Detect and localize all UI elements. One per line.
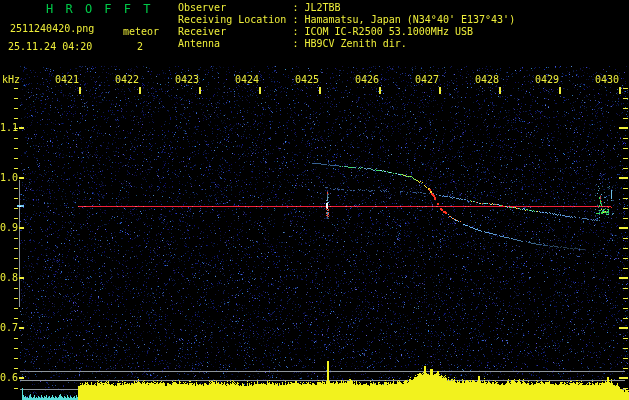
hrofft-output: H R O F F T 2511240420.png meteor 25.11.… xyxy=(0,0,629,400)
freq-tick-label: 0.6 xyxy=(0,372,18,383)
freq-tick-label: 0.7 xyxy=(0,322,18,333)
output-filename: 2511240420.png xyxy=(10,23,94,34)
station-info: Observer : JL2TBBReceiving Location : Ha… xyxy=(178,2,515,50)
freq-axis-unit: kHz xyxy=(2,74,20,85)
freq-tick-label: 1.0 xyxy=(0,172,18,183)
station-info-antenna: Antenna : HB9CV Zenith dir. xyxy=(178,38,515,50)
spectrogram-canvas xyxy=(0,0,629,400)
app-title: H R O F F T xyxy=(46,2,153,16)
station-info-observer: Observer : JL2TBB xyxy=(178,2,515,14)
time-tick-label: 0429 xyxy=(533,74,559,85)
freq-tick-label: 0.9 xyxy=(0,222,18,233)
time-tick-label: 0422 xyxy=(113,74,139,85)
time-tick-label: 0426 xyxy=(353,74,379,85)
freq-tick-label: 1.1 xyxy=(0,122,18,133)
time-tick-label: 0428 xyxy=(473,74,499,85)
meteor-count-label: meteor xyxy=(123,26,159,37)
meteor-count-value: 2 xyxy=(137,41,143,52)
time-tick-label: 0421 xyxy=(53,74,79,85)
time-tick-label: 0430 xyxy=(593,74,619,85)
station-info-receiving-location: Receiving Location : Hamamatsu, Japan (N… xyxy=(178,14,515,26)
station-info-receiver: Receiver : ICOM IC-R2500 53.1000MHz USB xyxy=(178,26,515,38)
time-tick-label: 0425 xyxy=(293,74,319,85)
time-tick-label: 0423 xyxy=(173,74,199,85)
time-tick-label: 0424 xyxy=(233,74,259,85)
observation-datetime: 25.11.24 04:20 xyxy=(8,41,92,52)
time-tick-label: 0427 xyxy=(413,74,439,85)
freq-tick-label: 0.8 xyxy=(0,272,18,283)
